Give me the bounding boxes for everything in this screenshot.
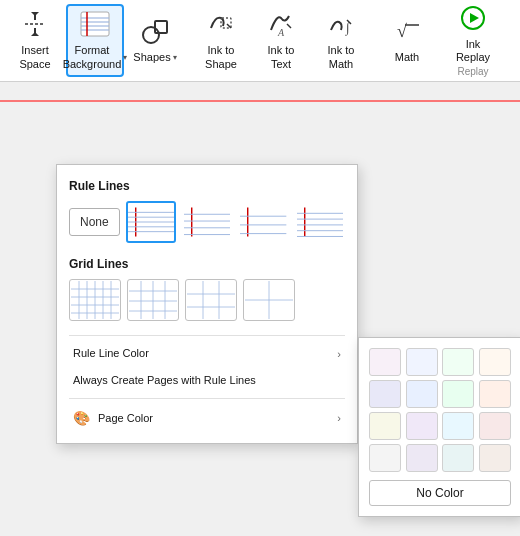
rule-none-button[interactable]: None bbox=[69, 208, 120, 236]
rule-line-color-item[interactable]: Rule Line Color › bbox=[69, 340, 345, 367]
svg-point-11 bbox=[143, 27, 159, 43]
svg-rect-71 bbox=[187, 281, 235, 319]
menu-divider-1 bbox=[69, 335, 345, 336]
shapes-dropdown-arrow: ▾ bbox=[173, 53, 177, 62]
ink-to-shape-label: Ink toShape bbox=[205, 44, 237, 70]
rule-line-color-label: Rule Line Color bbox=[73, 347, 149, 360]
ink-to-math-button[interactable]: ∫ Ink toMath bbox=[312, 4, 370, 77]
svg-rect-12 bbox=[155, 21, 167, 33]
svg-marker-22 bbox=[470, 13, 479, 23]
rule-medium-option[interactable] bbox=[182, 201, 232, 243]
format-background-button[interactable]: Format Background ▾ bbox=[66, 4, 124, 77]
insert-space-icon bbox=[21, 10, 49, 42]
no-color-button[interactable]: No Color bbox=[369, 480, 511, 506]
ink-to-shape-icon bbox=[207, 10, 235, 42]
always-create-pages-left: Always Create Pages with Rule Lines bbox=[73, 374, 256, 387]
shapes-label-row: Shapes ▾ bbox=[133, 51, 176, 64]
rule-none-label: None bbox=[80, 215, 109, 229]
ink-replay-icon bbox=[457, 4, 489, 36]
insert-space-button[interactable]: Insert Space bbox=[6, 4, 64, 77]
page-color-left: 🎨 Page Color bbox=[73, 410, 153, 426]
always-create-pages-label: Always Create Pages with Rule Lines bbox=[73, 374, 256, 387]
svg-marker-1 bbox=[31, 12, 39, 16]
ink-replay-label: InkReplay bbox=[456, 38, 490, 64]
color-swatch-15[interactable] bbox=[479, 444, 511, 472]
svg-text:A: A bbox=[277, 27, 285, 38]
no-color-label: No Color bbox=[416, 486, 463, 500]
color-swatch-1[interactable] bbox=[406, 348, 438, 376]
full-page-view-label: Full PageView bbox=[515, 31, 520, 71]
grid-large-option[interactable] bbox=[185, 279, 237, 321]
color-swatch-6[interactable] bbox=[442, 380, 474, 408]
rule-lines-title: Rule Lines bbox=[69, 179, 345, 193]
ink-replay-button[interactable]: InkReplay Replay bbox=[444, 4, 502, 77]
shapes-button[interactable]: Shapes ▾ bbox=[126, 4, 184, 77]
insert-space-label: Insert Space bbox=[17, 44, 53, 70]
rule-line-color-chevron: › bbox=[337, 348, 341, 360]
shapes-icon bbox=[141, 17, 169, 49]
svg-rect-42 bbox=[240, 204, 286, 241]
grid-small-option[interactable] bbox=[69, 279, 121, 321]
shapes-label: Shapes bbox=[133, 51, 170, 64]
color-swatch-10[interactable] bbox=[442, 412, 474, 440]
replay-group-label: Replay bbox=[457, 66, 488, 77]
svg-rect-47 bbox=[297, 204, 343, 241]
math-icon: √ bbox=[393, 17, 421, 49]
color-swatch-9[interactable] bbox=[406, 412, 438, 440]
format-background-icon bbox=[79, 10, 111, 42]
format-background-dropdown: Rule Lines None bbox=[56, 164, 358, 444]
format-background-label-row: Format Background ▾ bbox=[63, 44, 128, 70]
page-color-chevron: › bbox=[337, 412, 341, 424]
color-swatch-14[interactable] bbox=[442, 444, 474, 472]
math-label: Math bbox=[395, 51, 419, 64]
format-background-label: Format Background bbox=[63, 44, 122, 70]
ink-to-text-button[interactable]: A Ink toText bbox=[252, 4, 310, 77]
page-color-item[interactable]: 🎨 Page Color › bbox=[69, 403, 345, 433]
full-page-view-button[interactable]: Full PageView Mode bbox=[504, 4, 520, 77]
page-color-palette: No Color bbox=[358, 337, 520, 517]
color-swatch-12[interactable] bbox=[369, 444, 401, 472]
grid-xlarge-option[interactable] bbox=[243, 279, 295, 321]
svg-rect-5 bbox=[81, 12, 109, 36]
content-area: Rule Lines None bbox=[0, 82, 520, 536]
color-swatch-2[interactable] bbox=[442, 348, 474, 376]
color-swatch-4[interactable] bbox=[369, 380, 401, 408]
ribbon: Insert Space Format Background ▾ bbox=[0, 0, 520, 82]
ink-to-text-icon: A bbox=[267, 10, 295, 42]
always-create-pages-item[interactable]: Always Create Pages with Rule Lines bbox=[69, 367, 345, 394]
grid-lines-title: Grid Lines bbox=[69, 257, 345, 271]
color-swatch-11[interactable] bbox=[479, 412, 511, 440]
svg-text:√: √ bbox=[397, 21, 407, 41]
menu-divider-2 bbox=[69, 398, 345, 399]
svg-marker-4 bbox=[31, 32, 39, 36]
color-swatch-7[interactable] bbox=[479, 380, 511, 408]
rule-lines-options: None bbox=[69, 201, 345, 243]
color-swatch-13[interactable] bbox=[406, 444, 438, 472]
rule-wide-option[interactable] bbox=[238, 201, 288, 243]
rule-line-color-left: Rule Line Color bbox=[73, 347, 149, 360]
math-button[interactable]: √ Math bbox=[378, 4, 436, 77]
svg-line-16 bbox=[287, 24, 291, 28]
color-swatch-3[interactable] bbox=[479, 348, 511, 376]
ink-to-text-label: Ink toText bbox=[268, 44, 295, 70]
grid-medium-option[interactable] bbox=[127, 279, 179, 321]
rule-college-option[interactable] bbox=[295, 201, 345, 243]
rule-narrow-option[interactable] bbox=[126, 201, 176, 243]
grid-lines-options bbox=[69, 279, 345, 321]
page-rule-line bbox=[0, 100, 520, 102]
page-color-label: Page Color bbox=[98, 412, 153, 425]
color-swatch-5[interactable] bbox=[406, 380, 438, 408]
color-swatch-0[interactable] bbox=[369, 348, 401, 376]
ink-to-shape-button[interactable]: Ink toShape bbox=[192, 4, 250, 77]
color-swatch-8[interactable] bbox=[369, 412, 401, 440]
color-swatches-grid bbox=[369, 348, 511, 472]
page-color-icon: 🎨 bbox=[73, 410, 90, 426]
ink-to-math-label: Ink toMath bbox=[328, 44, 355, 70]
ink-to-math-icon: ∫ bbox=[327, 10, 355, 42]
